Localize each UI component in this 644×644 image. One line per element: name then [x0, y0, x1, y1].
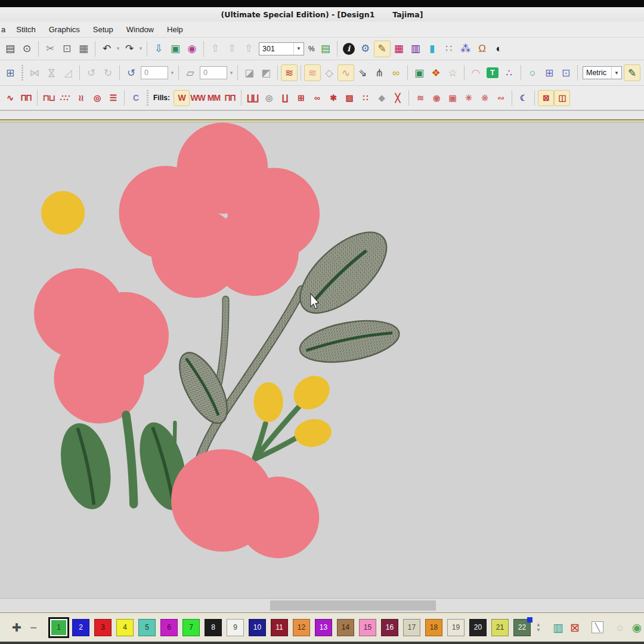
color-20[interactable]: 20	[469, 619, 487, 636]
zoom-combo[interactable]: 301▼	[259, 42, 304, 55]
needle-icon[interactable]: ⋔	[371, 64, 388, 81]
design-upload-icon[interactable]: ⇧	[224, 41, 240, 57]
thread-remove-icon[interactable]: ⊠	[566, 619, 583, 636]
fill-arcs-icon[interactable]: ≋	[412, 90, 428, 106]
cut-icon[interactable]: ✂	[42, 41, 58, 57]
color-11[interactable]: 11	[271, 619, 288, 636]
palette-spinner-down-icon[interactable]: ▼	[536, 628, 541, 633]
design-list-icon[interactable]: ▤	[317, 41, 334, 57]
thread-spool-icon[interactable]: ▮	[424, 41, 441, 57]
color-10[interactable]: 10	[249, 619, 266, 636]
color-5[interactable]: 5	[138, 619, 156, 636]
units-combo[interactable]: Metric▼	[583, 66, 622, 79]
image-download-icon[interactable]: ▣	[167, 41, 184, 57]
fill-hatch-icon[interactable]: ▨	[341, 90, 357, 106]
fill-meander-icon[interactable]: ∐	[277, 90, 293, 106]
scrollbar-thumb[interactable]	[270, 600, 436, 611]
flower-bottom[interactable]	[171, 449, 319, 558]
stitch-motif-icon[interactable]: ΠΠ	[18, 90, 34, 106]
paste-icon[interactable]: ▦	[75, 41, 92, 57]
color-wheel-icon[interactable]: ◉	[628, 619, 644, 636]
moon-icon[interactable]: ☾	[515, 90, 531, 106]
color-14[interactable]: 14	[337, 619, 354, 636]
stitch-run-icon[interactable]: ∿	[2, 90, 18, 106]
grid-ruler-icon[interactable]: ⊡	[558, 64, 574, 81]
fill-rings-gray-icon[interactable]: ◎	[261, 90, 277, 106]
zoom-combo-arrow-icon[interactable]: ▼	[293, 43, 304, 55]
fill-ornate3-icon[interactable]: ※	[476, 90, 493, 106]
print-preview-icon[interactable]: ⊙	[18, 41, 35, 57]
color-16[interactable]: 16	[381, 619, 398, 636]
redo-dropdown-icon[interactable]: ▾	[138, 41, 144, 57]
fill-diamonds-icon[interactable]: ◆	[373, 90, 389, 106]
fill-gear-icon[interactable]: ✱	[325, 90, 341, 106]
palette-spinner[interactable]: ▲▼	[533, 623, 544, 633]
color-dots-icon[interactable]: ∴	[501, 64, 518, 81]
bud-left-edge[interactable]	[41, 191, 85, 234]
fill-dots-icon[interactable]: ∷	[357, 90, 373, 106]
design-info-icon[interactable]: i	[340, 41, 357, 57]
menu-stitch[interactable]: Stitch	[10, 23, 42, 36]
fill-dense-zigzag-icon[interactable]: WW	[190, 90, 206, 106]
color-22[interactable]: 22	[513, 619, 531, 636]
undo-icon[interactable]: ↶	[98, 41, 115, 57]
satin-fill-icon[interactable]: ◫	[554, 90, 570, 106]
palette-spinner-up-icon[interactable]: ▲	[536, 623, 541, 627]
ring-icon[interactable]: ○	[612, 619, 628, 636]
thread-palette-icon[interactable]: ▥	[407, 41, 424, 57]
color-8[interactable]: 8	[205, 619, 222, 636]
mirror-vertical-icon[interactable]: ⋈	[43, 64, 60, 81]
satin-stitch-icon[interactable]: ≋	[281, 64, 298, 81]
outline-shape-icon[interactable]: ◇	[321, 64, 338, 81]
print-icon[interactable]: ▤	[2, 41, 18, 57]
design-canvas[interactable]	[0, 122, 644, 598]
rotate-cw-icon[interactable]: ↻	[100, 64, 116, 81]
fill-ornate1-icon[interactable]: ▣	[444, 90, 460, 106]
hoop-arc-icon[interactable]: ◠	[467, 64, 484, 81]
no-color-icon[interactable]: ╲	[589, 619, 606, 636]
design-settings-icon[interactable]: ⚙	[357, 41, 374, 57]
stitch-rings-icon[interactable]: ◎	[89, 90, 105, 106]
hoop-icon[interactable]: ○	[524, 64, 541, 81]
undo-dropdown-icon[interactable]: ▾	[115, 41, 121, 57]
menu-window[interactable]: Window	[120, 23, 160, 36]
flower-middle-left[interactable]	[34, 268, 169, 423]
units-combo-arrow-icon[interactable]: ▼	[611, 67, 621, 79]
star-tool-icon[interactable]: ☆	[444, 64, 461, 81]
image-tool-icon[interactable]: ▣	[411, 64, 428, 81]
copy-icon[interactable]: ⊡	[58, 41, 75, 57]
rotate-reset-icon[interactable]: ↺	[123, 64, 140, 81]
transform-icon[interactable]: ◿	[60, 64, 76, 81]
fill-wave-icon[interactable]: ∐∐	[244, 90, 261, 106]
color-13[interactable]: 13	[315, 619, 332, 636]
fill-zigzag-icon[interactable]: W	[174, 90, 190, 106]
team-design-icon[interactable]: ⁂	[457, 41, 474, 57]
color-18[interactable]: 18	[425, 619, 442, 636]
bud-cluster[interactable]	[253, 369, 336, 459]
branch-icon[interactable]: ◩	[258, 64, 274, 81]
stitch-texture-icon[interactable]: ∴∵	[57, 90, 73, 106]
rotate-angle-input[interactable]: 0	[141, 66, 168, 79]
menu-help[interactable]: Help	[160, 23, 190, 36]
mirror-horizontal-icon[interactable]: ⋈	[26, 64, 43, 81]
grid-icon[interactable]: ⊞	[541, 64, 558, 81]
contrast-view-icon[interactable]: ◐	[491, 41, 507, 57]
machine-download-icon[interactable]: ⇩	[150, 41, 167, 57]
fill-peaks-icon[interactable]: MM	[206, 90, 222, 106]
curve-tool-icon[interactable]: C	[128, 90, 144, 106]
stitch-square-icon[interactable]: ⊓⊔	[41, 90, 57, 106]
object-properties-icon[interactable]: ⊞	[2, 64, 18, 81]
fill-ornate4-icon[interactable]: ∾	[493, 90, 509, 106]
color-12[interactable]: 12	[293, 619, 310, 636]
colors-upload-icon[interactable]: ◉	[184, 41, 200, 57]
color-blocks-icon[interactable]: ▦	[391, 41, 407, 57]
color-4[interactable]: 4	[116, 619, 134, 636]
fill-spiral-icon[interactable]: ◉	[428, 90, 444, 106]
rotate-ccw-icon[interactable]: ↺	[83, 64, 100, 81]
skew-spin-icon[interactable]: ▾	[228, 64, 234, 81]
machine-upload-icon[interactable]: ⇧	[207, 41, 224, 57]
stamp-icon[interactable]: Ω	[474, 41, 491, 57]
color-1[interactable]: 1	[50, 619, 67, 636]
fill-cross-icon[interactable]: ╳	[389, 90, 405, 106]
color-21[interactable]: 21	[491, 619, 509, 636]
